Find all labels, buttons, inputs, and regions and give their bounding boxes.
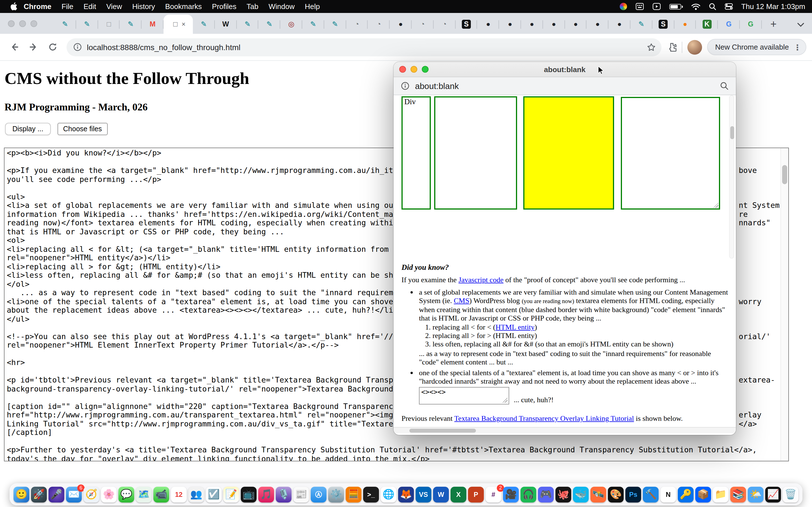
browser-tab[interactable]: ◔ [434,15,456,34]
display-button[interactable]: Display ... [5,123,51,135]
popup-info-icon[interactable] [401,82,409,90]
popup-inner-scrollbar-thumb[interactable] [730,126,734,139]
browser-tab[interactable]: S [652,15,674,34]
extensions-puzzle-icon[interactable] [667,42,677,52]
dock-music-icon[interactable]: 🎵 [258,487,274,502]
menu-item-tab[interactable]: Tab [242,2,264,11]
popup-search-icon[interactable] [720,82,728,90]
browser-tab[interactable]: ◔ [368,15,390,34]
dock-photoshop-icon[interactable]: Ps [625,487,641,502]
popup-close-button[interactable] [399,66,406,73]
dock-tv-icon[interactable]: 📺 [241,487,257,502]
browser-tab[interactable]: K [696,15,718,34]
browser-tab[interactable]: W [215,15,237,34]
browser-tab[interactable]: ◔ [412,15,434,34]
browser-tab[interactable]: ✎ [120,15,142,34]
dock-zoom-icon[interactable]: 🎥 [503,487,519,502]
innards-textarea[interactable] [419,387,509,404]
active-tab[interactable]: □× [163,15,193,34]
dock-news-icon[interactable]: 📰 [293,487,309,502]
dock-chrome-icon[interactable]: 🌐 [380,487,396,502]
minimize-window-button[interactable] [19,20,26,27]
url-text[interactable]: localhost:8888/cms_no_follow_through.htm… [87,43,647,52]
forward-button[interactable] [25,39,42,55]
menu-bar-clock[interactable]: Thu 12 Mar 1:03pm [741,2,805,11]
playback-icon[interactable] [652,3,661,10]
dock-notion-icon[interactable]: N [660,487,676,502]
browser-tab[interactable]: ✎ [54,15,76,34]
dock-drive-icon[interactable]: 📁 [713,487,728,502]
dock-facetime-icon[interactable]: 📹 [153,487,169,502]
new-tab-button[interactable]: + [766,17,781,32]
dock-word-icon[interactable]: W [433,487,449,502]
html-entity-link[interactable]: HTML entity [496,323,535,332]
browser-tab[interactable]: ● [521,15,543,34]
textarea-vertical-scrollbar[interactable] [780,148,788,461]
cms-link[interactable]: CMS [454,296,469,304]
browser-tab[interactable]: G [718,15,740,34]
dock-launchpad-icon[interactable]: 🚀 [31,487,47,502]
browser-tab[interactable]: ● [587,15,609,34]
dock-photos-icon[interactable]: 🌸 [101,487,117,502]
browser-tab[interactable]: ✎ [302,15,324,34]
color-status-app-icon[interactable] [619,3,627,10]
dock-notes-icon[interactable]: 📝 [223,487,239,502]
dock-vscode-icon[interactable]: VS [416,487,432,502]
close-window-button[interactable] [8,20,15,27]
popup-title-bar[interactable]: about:blank [394,62,736,77]
dock-mail-icon[interactable]: ✉️6 [66,487,82,502]
browser-tab[interactable]: G [740,15,762,34]
demo-textarea[interactable] [621,97,720,210]
browser-tab[interactable]: ● [608,15,630,34]
apple-menu-icon[interactable] [7,2,20,11]
browser-tab[interactable]: □ [98,15,120,34]
dock-finder-icon[interactable]: 🙂 [13,487,29,502]
dock-weather-icon[interactable]: 🌤️ [748,487,763,502]
popup-address-bar[interactable]: about:blank [394,77,736,95]
menu-item-edit[interactable]: Edit [79,2,101,11]
chrome-menu-kebab-icon[interactable]: ⋮ [794,43,801,52]
browser-tab[interactable]: ◔ [346,15,368,34]
dock-appstore-icon[interactable]: Ⓐ [311,487,326,502]
dock-books-icon[interactable]: 📚 [730,487,746,502]
browser-tab[interactable]: ✎ [630,15,652,34]
overlay-tutorial-link[interactable]: Textarea Background Transparency Overlay… [454,414,634,422]
browser-tab[interactable]: ✎ [324,15,346,34]
dock-podcasts-icon[interactable]: 🎙️ [276,487,292,502]
browser-tab[interactable]: ● [674,15,696,34]
browser-tab[interactable]: ◎ [280,15,302,34]
dock-docker-icon[interactable]: 🐳 [573,487,589,502]
browser-tab[interactable]: ✎ [259,15,281,34]
browser-tab[interactable]: ● [565,15,587,34]
browser-tab[interactable]: M [142,15,163,34]
dock-excel-icon[interactable]: X [451,487,466,502]
choose-files-button[interactable]: Choose files [57,123,108,135]
dock-dropbox-icon[interactable]: 📦 [695,487,711,502]
browser-tab[interactable]: ✎ [193,15,215,34]
browser-tab[interactable]: ✎ [237,15,259,34]
dock-terminal-icon[interactable]: >_ [363,487,379,502]
dock-powerpoint-icon[interactable]: P [468,487,484,502]
menu-item-bookmarks[interactable]: Bookmarks [160,2,207,11]
popup-url-text[interactable]: about:blank [415,81,459,91]
dock-messages-icon[interactable]: 💬 [118,487,134,502]
browser-tab[interactable]: ● [477,15,499,34]
scrollbar-thumb[interactable] [782,165,787,184]
dock-postman-icon[interactable]: 🛰️ [591,487,606,502]
spotlight-search-icon[interactable] [709,3,716,10]
profile-avatar[interactable] [688,40,702,54]
dock-xcode-icon[interactable]: 🔨 [643,487,659,502]
dock-settings-icon[interactable]: ⚙️ [328,487,344,502]
dock-maps-icon[interactable]: 🗺️ [136,487,152,502]
browser-tab[interactable]: S [455,15,477,34]
reload-button[interactable] [44,39,61,55]
zoom-window-button[interactable] [31,20,37,27]
wifi-icon[interactable] [691,3,700,10]
dock-github-icon[interactable]: 🐙 [555,487,571,502]
dock-slack-icon[interactable]: #2 [486,487,501,502]
menu-item-history[interactable]: History [127,2,160,11]
dock-contacts-icon[interactable]: 👥 [188,487,204,502]
menu-item-file[interactable]: File [56,2,79,11]
keyboard-grid-icon[interactable] [635,3,644,10]
menu-item-view[interactable]: View [101,2,127,11]
